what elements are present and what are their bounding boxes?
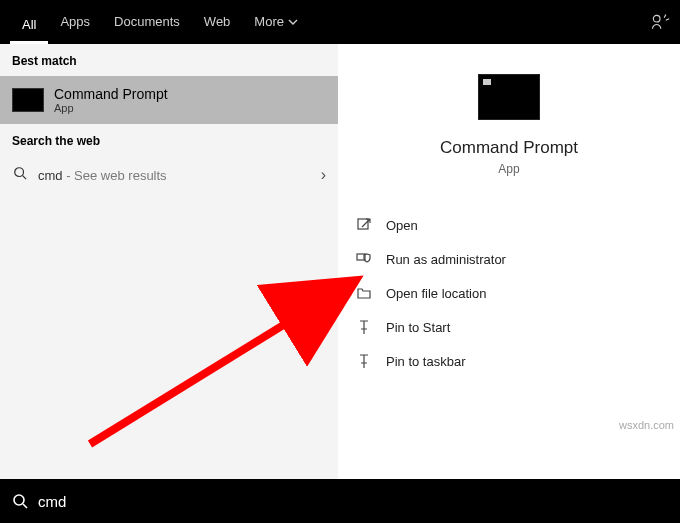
action-run-admin-label: Run as administrator [386, 252, 506, 267]
pin-start-icon [356, 319, 372, 335]
chevron-down-icon [288, 17, 298, 27]
command-prompt-icon [12, 88, 44, 112]
svg-rect-3 [358, 219, 368, 229]
search-icon [12, 166, 28, 184]
tab-web[interactable]: Web [192, 0, 243, 44]
detail-subtitle: App [498, 162, 519, 176]
actions-list: Open Run as administrator Open file loca… [338, 208, 680, 378]
tab-all[interactable]: All [10, 0, 48, 44]
chevron-right-icon: › [321, 166, 326, 184]
tab-more[interactable]: More [242, 0, 310, 44]
action-open[interactable]: Open [352, 208, 666, 242]
action-pin-to-taskbar[interactable]: Pin to taskbar [352, 344, 666, 378]
detail-title: Command Prompt [440, 138, 578, 158]
folder-icon [356, 285, 372, 301]
search-input-value[interactable]: cmd [38, 493, 66, 510]
open-icon [356, 217, 372, 233]
search-icon [12, 493, 28, 509]
action-open-file-location[interactable]: Open file location [352, 276, 666, 310]
feedback-icon[interactable] [650, 12, 670, 32]
web-result-query: cmd [38, 168, 63, 183]
action-open-location-label: Open file location [386, 286, 486, 301]
top-tab-bar: All Apps Documents Web More [0, 0, 680, 44]
action-pin-taskbar-label: Pin to taskbar [386, 354, 466, 369]
action-open-label: Open [386, 218, 418, 233]
tab-documents[interactable]: Documents [102, 0, 192, 44]
svg-point-6 [14, 495, 24, 505]
tab-apps[interactable]: Apps [48, 0, 102, 44]
best-match-subtitle: App [54, 102, 168, 114]
action-run-as-admin[interactable]: Run as administrator [352, 242, 666, 276]
search-bar[interactable]: cmd [0, 479, 680, 523]
command-prompt-large-icon [478, 74, 540, 120]
search-results-area: Best match Command Prompt App Search the… [0, 44, 680, 479]
shield-icon [356, 251, 372, 267]
svg-line-7 [23, 504, 27, 508]
watermark: wsxdn.com [619, 419, 674, 431]
action-pin-to-start[interactable]: Pin to Start [352, 310, 666, 344]
svg-point-0 [653, 15, 660, 22]
pin-taskbar-icon [356, 353, 372, 369]
left-results-pane: Best match Command Prompt App Search the… [0, 44, 338, 479]
detail-pane: Command Prompt App Open Run as administr… [338, 44, 680, 479]
action-pin-start-label: Pin to Start [386, 320, 450, 335]
web-result-item[interactable]: cmd - See web results › [0, 156, 338, 194]
best-match-header: Best match [0, 44, 338, 76]
svg-point-1 [15, 168, 24, 177]
tab-more-label: More [254, 0, 284, 44]
best-match-item[interactable]: Command Prompt App [0, 76, 338, 124]
web-result-suffix: - See web results [63, 168, 167, 183]
search-web-header: Search the web [0, 124, 338, 156]
best-match-title: Command Prompt [54, 86, 168, 102]
svg-line-2 [23, 176, 27, 180]
